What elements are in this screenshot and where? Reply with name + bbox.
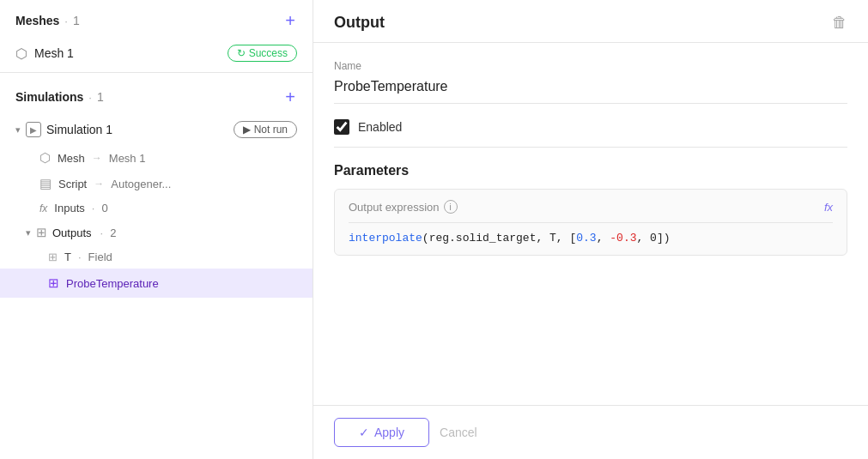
enabled-row: Enabled xyxy=(334,119,847,148)
success-badge: ↻ Success xyxy=(228,45,297,62)
mesh-tree-value: Mesh 1 xyxy=(109,152,146,165)
refresh-icon: ↻ xyxy=(237,47,246,59)
simulations-title: Simulations · 1 xyxy=(15,90,104,104)
simulation-row: ▾ ▶ Simulation 1 ▶ Not run xyxy=(0,114,313,145)
checkmark-icon: ✓ xyxy=(359,426,369,439)
not-run-badge: ▶ Not run xyxy=(234,121,297,138)
meshes-section-header: Meshes · 1 + xyxy=(0,0,313,38)
output-probe-label: ProbeTemperature xyxy=(66,277,159,290)
play-icon: ▶ xyxy=(243,124,251,136)
fx-button[interactable]: fx xyxy=(824,201,833,214)
meshes-title: Meshes · 1 xyxy=(15,14,80,27)
add-simulation-button[interactable]: + xyxy=(283,88,297,106)
add-mesh-button[interactable]: + xyxy=(283,12,297,29)
outputs-icon: ⊞ xyxy=(36,225,47,240)
simulation-icon: ▶ xyxy=(26,122,41,137)
simulations-section-header: Simulations · 1 + xyxy=(0,76,313,114)
output-t-item: ⊞ T · Field xyxy=(0,245,313,269)
script-tree-item: ▤ Script → Autogener... xyxy=(0,171,313,196)
divider xyxy=(0,72,313,73)
inputs-count: 0 xyxy=(101,202,107,214)
arrow-icon: → xyxy=(92,152,102,164)
delete-button[interactable]: 🗑 xyxy=(832,14,847,32)
mesh-item: ⬡ Mesh 1 ↻ Success xyxy=(0,38,313,69)
right-panel: Output 🗑 Name ProbeTemperature Enabled P… xyxy=(313,0,868,459)
output-t-type: Field xyxy=(88,251,112,263)
outputs-label: Outputs xyxy=(52,226,92,239)
expr-label: Output expression i xyxy=(349,200,458,214)
params-title: Parameters xyxy=(334,163,847,178)
output-probe-item[interactable]: ⊞ ProbeTemperature xyxy=(0,269,313,298)
mesh-label: Mesh 1 xyxy=(34,46,74,60)
arrow-icon: → xyxy=(94,178,104,190)
script-tree-value: Autogener... xyxy=(111,178,171,190)
right-footer: ✓ Apply Cancel xyxy=(313,405,868,459)
code-fn: interpolate xyxy=(349,232,422,245)
script-icon: ▤ xyxy=(39,176,52,191)
fx-icon: fx xyxy=(39,202,47,214)
right-header: Output 🗑 xyxy=(313,0,868,43)
name-field-group: Name ProbeTemperature xyxy=(334,60,847,104)
meshes-count: · xyxy=(64,15,68,27)
left-panel: Meshes · 1 + ⬡ Mesh 1 ↻ Success Simulati… xyxy=(0,0,313,459)
enabled-label: Enabled xyxy=(358,120,402,134)
outputs-header: ▾ ⊞ Outputs · 2 xyxy=(0,220,313,245)
expression-code: interpolate(reg.solid_target, T, [0.3, -… xyxy=(349,222,833,245)
params-section: Parameters Output expression i fx interp… xyxy=(334,163,847,256)
enabled-checkbox[interactable] xyxy=(334,119,349,135)
name-value: ProbeTemperature xyxy=(334,79,847,104)
info-icon[interactable]: i xyxy=(444,200,458,214)
right-content: Name ProbeTemperature Enabled Parameters… xyxy=(313,43,868,405)
probe-icon: ⊞ xyxy=(48,275,59,291)
mesh-tree-item: ⬡ Mesh → Mesh 1 xyxy=(0,145,313,171)
inputs-tree-item: fx Inputs · 0 xyxy=(0,196,313,220)
expression-box: Output expression i fx interpolate(reg.s… xyxy=(334,189,847,256)
output-t-label: T xyxy=(64,251,71,263)
mesh-icon: ⬡ xyxy=(15,45,27,62)
name-label: Name xyxy=(334,60,847,72)
script-tree-label: Script xyxy=(58,178,87,190)
apply-button[interactable]: ✓ Apply xyxy=(334,418,429,447)
outputs-count: 2 xyxy=(110,226,116,239)
cancel-button[interactable]: Cancel xyxy=(440,426,477,439)
inputs-label: Inputs xyxy=(54,202,84,214)
mesh-tree-icon: ⬡ xyxy=(39,150,51,166)
simulation-label: Simulation 1 xyxy=(46,123,112,136)
grid-icon: ⊞ xyxy=(48,251,58,263)
outputs-section: ▾ ⊞ Outputs · 2 ⊞ T · Field ⊞ ProbeTempe… xyxy=(0,220,313,298)
mesh-tree-label: Mesh xyxy=(58,152,85,165)
right-title: Output xyxy=(334,14,385,32)
outputs-chevron-icon[interactable]: ▾ xyxy=(26,227,31,239)
chevron-down-icon[interactable]: ▾ xyxy=(15,124,21,136)
